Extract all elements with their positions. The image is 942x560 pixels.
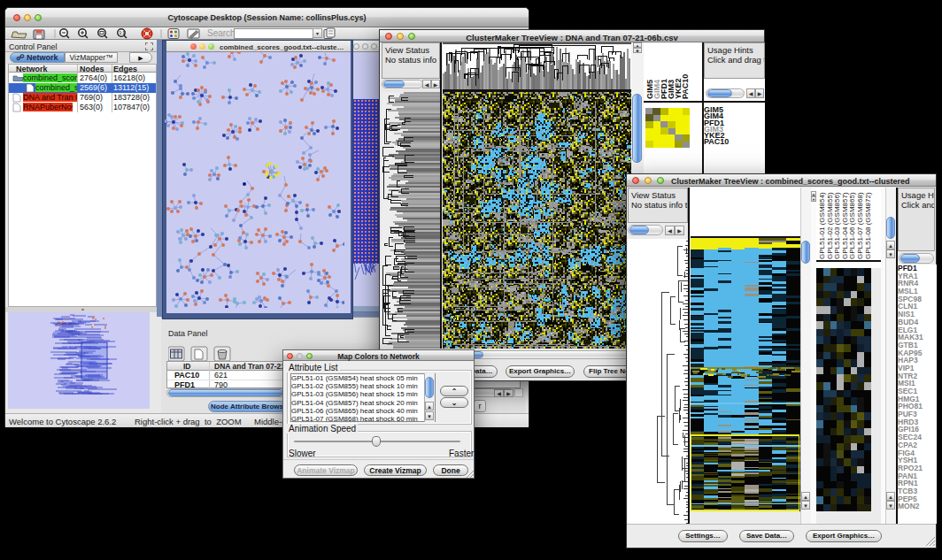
svg-text:1:1: 1:1 [120,31,126,35]
svg-text:PAC10: PAC10 [681,74,690,99]
svg-text:GPL51-08 (GSM872): GPL51-08 (GSM872) [864,192,872,259]
